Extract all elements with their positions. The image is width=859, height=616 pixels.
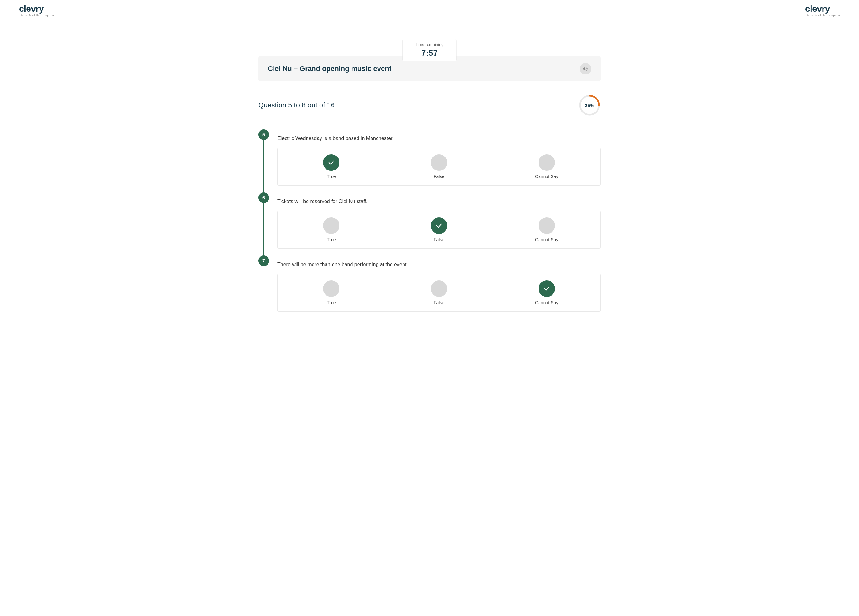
timeline-line-5 [263, 140, 264, 198]
logo-left-sub: The Soft Skills Company [19, 14, 54, 17]
question-badge-5: 5 [258, 129, 269, 140]
options-row-6: TrueFalseCannot Say [277, 211, 601, 249]
options-row-7: TrueFalseCannot Say [277, 274, 601, 312]
option-circle-5-0 [323, 154, 339, 171]
logo-right-main: clevry [805, 4, 830, 14]
question-block-5: 5Electric Wednesday is a band based in M… [258, 129, 601, 192]
timer-label: Time remaining [415, 42, 444, 47]
section-title: Ciel Nu – Grand opening music event [268, 65, 392, 73]
option-5-cannot-say[interactable]: Cannot Say [493, 148, 600, 186]
option-label-5-0: True [327, 174, 336, 179]
header: clevry The Soft Skills Company clevry Th… [0, 0, 859, 21]
logo-right: clevry The Soft Skills Company [805, 4, 840, 17]
timeline-line-6 [263, 203, 264, 261]
questions-area: 5Electric Wednesday is a band based in M… [258, 123, 601, 324]
timer-value: 7:57 [421, 48, 438, 58]
options-row-5: TrueFalseCannot Say [277, 148, 601, 186]
option-circle-5-2 [539, 154, 555, 171]
question-block-7: 7There will be more than one band perfor… [258, 256, 601, 318]
option-7-false[interactable]: False [386, 274, 493, 312]
question-badge-7: 7 [258, 256, 269, 266]
option-6-true[interactable]: True [278, 211, 386, 248]
option-label-5-2: Cannot Say [535, 174, 558, 179]
progress-percent: 25% [585, 103, 594, 108]
question-text-7: There will be more than one band perform… [277, 262, 601, 267]
option-7-true[interactable]: True [278, 274, 386, 312]
option-5-true[interactable]: True [278, 148, 386, 186]
logo-right-sub: The Soft Skills Company [805, 14, 840, 17]
main-container: Ciel Nu – Grand opening music event Ques… [239, 56, 620, 324]
option-label-5-1: False [434, 174, 444, 179]
timer-box: Time remaining 7:57 [402, 39, 456, 61]
option-circle-6-2 [539, 217, 555, 234]
question-text-5: Electric Wednesday is a band based in Ma… [277, 136, 601, 141]
option-circle-7-0 [323, 281, 339, 297]
question-progress-text: Question 5 to 8 out of 16 [258, 101, 335, 109]
option-label-7-0: True [327, 300, 336, 305]
option-circle-7-1 [431, 281, 447, 297]
question-text-6: Tickets will be reserved for Ciel Nu sta… [277, 199, 601, 204]
option-circle-7-2 [539, 281, 555, 297]
option-6-false[interactable]: False [386, 211, 493, 248]
option-label-7-2: Cannot Say [535, 300, 558, 305]
option-circle-5-1 [431, 154, 447, 171]
option-5-false[interactable]: False [386, 148, 493, 186]
logo-left: clevry The Soft Skills Company [19, 4, 54, 17]
question-progress-row: Question 5 to 8 out of 16 25% [258, 81, 601, 123]
question-badge-6: 6 [258, 192, 269, 203]
option-label-6-2: Cannot Say [535, 237, 558, 242]
question-block-6: 6Tickets will be reserved for Ciel Nu st… [258, 192, 601, 255]
option-label-6-1: False [434, 237, 444, 242]
audio-button[interactable] [580, 63, 591, 75]
option-circle-6-1 [431, 217, 447, 234]
option-6-cannot-say[interactable]: Cannot Say [493, 211, 600, 248]
progress-circle: 25% [578, 94, 601, 116]
option-label-6-0: True [327, 237, 336, 242]
logo-left-main: clevry [19, 4, 44, 14]
option-label-7-1: False [434, 300, 444, 305]
option-7-cannot-say[interactable]: Cannot Say [493, 274, 600, 312]
option-circle-6-0 [323, 217, 339, 234]
